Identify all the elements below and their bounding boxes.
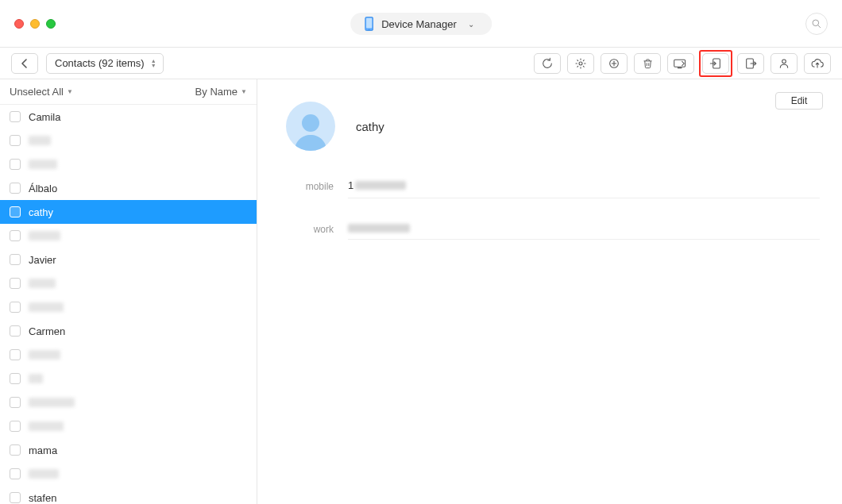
contact-row-label: Camila <box>29 111 60 123</box>
contact-row[interactable] <box>0 391 257 414</box>
import-icon <box>709 57 722 70</box>
sort-button[interactable]: By Name ▼ <box>195 86 247 98</box>
checkbox[interactable] <box>10 468 21 479</box>
contact-row[interactable] <box>0 367 257 391</box>
svg-line-4 <box>818 25 821 28</box>
category-label: Contacts (92 items) <box>55 57 145 69</box>
contact-row-label: Javier <box>29 254 56 266</box>
import-button[interactable] <box>702 53 729 74</box>
contact-row[interactable]: Javier <box>0 248 257 271</box>
contact-row[interactable]: Camila <box>0 105 257 129</box>
window-controls <box>14 19 56 29</box>
checkbox[interactable] <box>10 206 21 217</box>
category-selector[interactable]: Contacts (92 items) ▲▼ <box>46 53 164 74</box>
contact-row-label: Álbalo <box>29 183 57 194</box>
redacted-name <box>29 374 43 383</box>
checkbox[interactable] <box>10 325 21 337</box>
avatar-silhouette-icon <box>292 110 330 151</box>
search-button[interactable] <box>805 13 828 35</box>
contact-row[interactable] <box>0 224 257 248</box>
contact-row[interactable]: stafen <box>0 486 257 504</box>
checkbox[interactable] <box>10 111 21 122</box>
checkbox[interactable] <box>10 159 21 170</box>
checkbox[interactable] <box>10 302 21 313</box>
checkbox[interactable] <box>10 397 21 408</box>
contact-row[interactable]: Carmen <box>0 319 257 343</box>
contact-row-label: stafen <box>29 492 56 504</box>
sort-label: By Name <box>195 86 238 98</box>
contact-row[interactable] <box>0 343 257 367</box>
cloud-upload-button[interactable] <box>804 53 831 74</box>
sidebar-header: Unselect All ▼ By Name ▼ <box>0 79 257 105</box>
redacted-name <box>29 160 57 169</box>
checkbox[interactable] <box>10 135 21 146</box>
svg-point-17 <box>782 60 786 63</box>
contact-name: cathy <box>356 120 384 133</box>
contact-detail-pane: Edit cathy mobile1work <box>257 79 842 504</box>
chevron-down-icon: ▼ <box>67 88 73 95</box>
refresh-button[interactable] <box>534 53 561 74</box>
back-button[interactable] <box>11 53 38 74</box>
redacted-name <box>29 398 75 407</box>
contact-row-label: mama <box>29 444 57 456</box>
toolbar: Contacts (92 items) ▲▼ <box>0 48 842 79</box>
edit-button[interactable]: Edit <box>775 92 823 110</box>
contact-profile: cathy <box>286 102 820 151</box>
checkbox[interactable] <box>10 230 21 241</box>
contact-row[interactable] <box>0 152 257 176</box>
person-icon <box>778 57 790 70</box>
minimize-window-button[interactable] <box>30 19 40 29</box>
field-label: mobile <box>286 181 334 192</box>
field-value <box>348 219 820 240</box>
contact-field: mobile1 <box>286 175 820 198</box>
phone-icon <box>365 17 373 31</box>
to-device-icon <box>674 58 688 69</box>
checkbox[interactable] <box>10 421 21 432</box>
contact-row[interactable]: Álbalo <box>0 176 257 200</box>
contact-row[interactable] <box>0 414 257 438</box>
to-device-button[interactable] <box>667 53 694 74</box>
redacted-name <box>29 421 64 431</box>
toolbar-actions <box>534 53 831 74</box>
contact-field: work <box>286 219 820 240</box>
field-label: work <box>286 224 334 235</box>
contact-row[interactable]: mama <box>0 438 257 462</box>
chevron-down-icon: ⌄ <box>468 20 474 29</box>
contact-list: CamilaÁlbalocathyJavierCarmenmamastafen <box>0 105 257 504</box>
contact-row[interactable] <box>0 462 257 486</box>
redacted-name <box>29 279 56 288</box>
checkbox[interactable] <box>10 254 21 265</box>
redacted-name <box>29 302 64 312</box>
svg-point-19 <box>302 114 319 132</box>
device-selector[interactable]: Device Manager ⌄ <box>350 13 492 35</box>
contact-row[interactable] <box>0 295 257 319</box>
sort-chevrons-icon: ▲▼ <box>151 59 156 68</box>
contact-row-label: cathy <box>29 206 53 218</box>
export-button[interactable] <box>737 53 764 74</box>
add-button[interactable] <box>601 53 628 74</box>
import-highlight <box>699 50 732 77</box>
contact-row[interactable] <box>0 129 257 152</box>
avatar <box>286 102 335 151</box>
checkbox[interactable] <box>10 278 21 289</box>
contact-row[interactable]: cathy <box>0 200 257 224</box>
redacted-name <box>29 136 51 145</box>
delete-button[interactable] <box>634 53 661 74</box>
checkbox[interactable] <box>10 183 21 194</box>
settings-button[interactable] <box>567 53 594 74</box>
svg-rect-12 <box>678 67 682 67</box>
content-area: Unselect All ▼ By Name ▼ CamilaÁlbalocat… <box>0 79 842 504</box>
maximize-window-button[interactable] <box>46 19 56 29</box>
field-value: 1 <box>348 175 820 198</box>
checkbox[interactable] <box>10 444 21 456</box>
close-window-button[interactable] <box>14 19 24 29</box>
svg-point-2 <box>369 29 370 30</box>
checkbox[interactable] <box>10 349 21 360</box>
contact-list-sidebar: Unselect All ▼ By Name ▼ CamilaÁlbalocat… <box>0 79 257 504</box>
checkbox[interactable] <box>10 492 21 503</box>
unselect-all-button[interactable]: Unselect All ▼ <box>10 86 73 98</box>
gear-icon <box>574 57 587 70</box>
merge-contacts-button[interactable] <box>771 53 798 74</box>
checkbox[interactable] <box>10 373 21 384</box>
contact-row[interactable] <box>0 271 257 295</box>
